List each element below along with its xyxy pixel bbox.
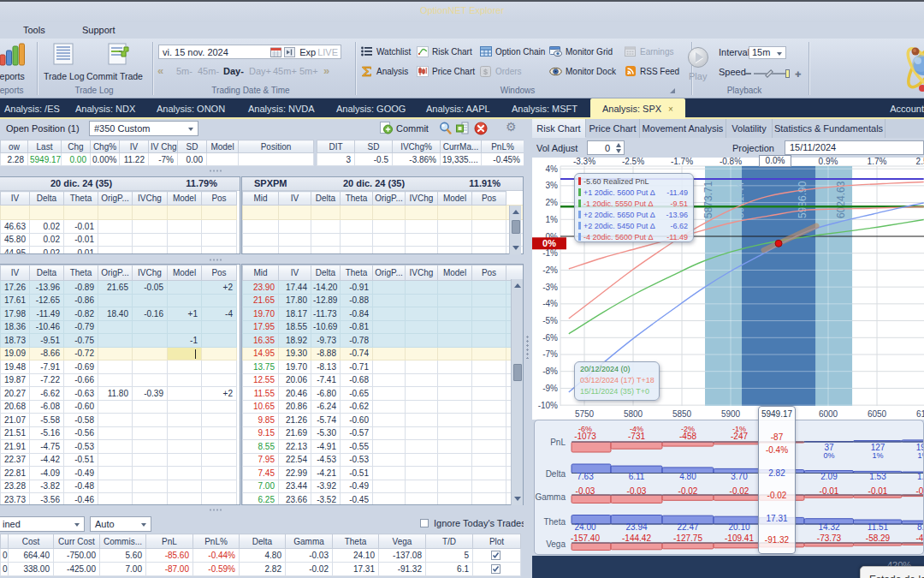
- table-row[interactable]: 19.48-7.91-0.69: [1, 361, 237, 374]
- table-row[interactable]: [243, 220, 524, 234]
- scrollbar-thumb[interactable]: [512, 220, 520, 234]
- table-row[interactable]: DITSDIVChg%CurrMa...PnL%: [317, 140, 524, 153]
- analysis-tab-msft[interactable]: Analysis: MSFT: [512, 98, 578, 119]
- table-row[interactable]: 44.950.02-0.01: [1, 247, 237, 255]
- table-row[interactable]: 19.09-8.66-0.72: [1, 347, 237, 361]
- rss-feed-button[interactable]: RSS Feed: [624, 64, 679, 78]
- trade-log-button[interactable]: Trade Log: [44, 43, 74, 67]
- commit-button[interactable]: Commit: [380, 122, 429, 134]
- table-row[interactable]: 17.9518.55-10.69-0.81: [243, 320, 524, 334]
- table-row[interactable]: 23.28-3.82-0.48: [1, 480, 237, 493]
- table-row[interactable]: 0338.00-425.007.00-87.00-0.59%2.82-0.021…: [1, 563, 521, 576]
- speed-plus-icon[interactable]: ✚: [795, 70, 802, 79]
- table-row[interactable]: 6.2523.66-3.52-0.45: [243, 493, 524, 505]
- step-forward-chevron[interactable]: »: [323, 64, 329, 77]
- close-icon[interactable]: ×: [668, 104, 673, 114]
- splitter-grip-dots[interactable]: [209, 259, 222, 261]
- table-row[interactable]: MidIVDeltaThetaOrigP...IVChgModelPos: [243, 192, 524, 206]
- table-row[interactable]: 0664.40-750.005.60-85.60-0.44%4.80-0.032…: [1, 549, 521, 563]
- risk-chart[interactable]: 5873.715911.445986.906024.634%3%2%1%0%-1…: [532, 158, 924, 420]
- calendar-icon[interactable]: [270, 47, 281, 57]
- table-row[interactable]: [243, 233, 524, 247]
- scroll-down-icon[interactable]: [512, 246, 519, 250]
- scroll-down-icon[interactable]: [514, 497, 521, 501]
- table-row[interactable]: 12.5520.06-7.41-0.68: [243, 373, 524, 387]
- vol-adjust-spinner[interactable]: 0: [587, 140, 625, 155]
- table-row[interactable]: 8.5522.13-4.91-0.55: [243, 440, 524, 454]
- auto-select[interactable]: Auto: [90, 516, 151, 532]
- nav-45m-plus[interactable]: 45m+: [273, 66, 297, 76]
- table-row[interactable]: 21.51-5.16-0.56: [1, 426, 237, 440]
- scroll-up-icon[interactable]: [512, 210, 519, 214]
- table-row[interactable]: 46.630.02-0.01: [1, 220, 237, 234]
- scrollbar-thumb[interactable]: [513, 364, 522, 381]
- analysis-button[interactable]: Analysis: [360, 64, 408, 78]
- splitter-grip-dots[interactable]: [209, 170, 222, 172]
- table-row[interactable]: 19.7018.17-11.73-0.84: [243, 307, 524, 321]
- table-row[interactable]: 17.61-12.65-0.86: [1, 294, 237, 307]
- table-row[interactable]: 9.1521.69-5.30-0.57: [243, 426, 524, 440]
- table-row[interactable]: 9.8521.26-5.74-0.60: [243, 414, 524, 427]
- table-row[interactable]: 20.68-6.08-0.60: [1, 400, 237, 414]
- table-row[interactable]: 11.5520.46-6.80-0.65: [243, 387, 524, 401]
- trading-date-input[interactable]: vi. 15 nov. 2024 Exp LIVE: [158, 45, 341, 59]
- table-row[interactable]: [243, 206, 524, 220]
- ignore-trades-checkbox[interactable]: [420, 519, 429, 527]
- chart-tab-price-chart[interactable]: Price Chart: [586, 119, 640, 138]
- goto-expiry-icon[interactable]: [284, 47, 295, 57]
- spin-down-icon[interactable]: [616, 149, 621, 153]
- table-row[interactable]: 23.9017.44-14.20-0.91: [243, 281, 524, 295]
- table-row[interactable]: [243, 247, 524, 255]
- interval-select[interactable]: 15m: [749, 46, 786, 59]
- table-row[interactable]: 7.9522.54-4.53-0.53: [243, 453, 524, 467]
- nav-5m-plus[interactable]: 5m+: [299, 66, 318, 76]
- analysis-tab-ndx[interactable]: Analysis: NDX: [75, 98, 135, 119]
- analysis-tab-goog[interactable]: Analysis: GOOG: [336, 98, 406, 119]
- option-chain-button[interactable]: Option Chain: [479, 45, 545, 58]
- table-row[interactable]: 21.6517.80-12.89-0.88: [243, 294, 524, 307]
- table-row[interactable]: MidIVDeltaThetaOrigP...IVChgModelPos: [243, 265, 524, 281]
- analysis-tab-aapl[interactable]: Analysis: AAPL: [426, 98, 490, 119]
- vertical-splitter[interactable]: [524, 119, 532, 578]
- table-row[interactable]: 13.7519.70-8.13-0.71: [243, 361, 524, 374]
- splitter-grip-dots[interactable]: [209, 509, 222, 511]
- table-row[interactable]: 17.26-13.96-0.8921.65-0.05+2: [1, 281, 237, 295]
- table-row[interactable]: 16.3518.92-9.73-0.78: [243, 334, 524, 348]
- table-row[interactable]: 3-0.5-3.86%19,335....-0.45%: [317, 153, 524, 166]
- table-row[interactable]: IVDeltaThetaOrigP...IVChgModelPos: [1, 192, 237, 206]
- reports-button[interactable]: Reports: [0, 43, 26, 69]
- selected-model-cell[interactable]: [168, 347, 202, 361]
- table-row[interactable]: 21.07-5.58-0.58: [1, 414, 237, 427]
- price-chart-button[interactable]: Price Chart: [416, 64, 475, 78]
- projection-date-input[interactable]: 15/11/2024: [785, 140, 924, 155]
- table-row[interactable]: 22.37-4.42-0.51: [1, 453, 237, 467]
- chart-tab-volatility[interactable]: Volatility: [726, 119, 773, 138]
- scroll-up-icon[interactable]: [514, 283, 521, 288]
- plot-checkbox[interactable]: [473, 549, 521, 563]
- risk-chart-button[interactable]: Risk Chart: [416, 45, 472, 58]
- account-tab[interactable]: Account: [890, 98, 924, 119]
- table-row[interactable]: 10.6520.86-6.24-0.62: [243, 400, 524, 414]
- table-row[interactable]: 19.87-7.22-0.66: [1, 373, 237, 387]
- upper-chain-scrollbar[interactable]: [509, 206, 521, 254]
- table-row[interactable]: 21.91-4.75-0.53: [1, 440, 237, 454]
- search-icon[interactable]: [439, 122, 452, 135]
- commit-trade-button[interactable]: Commit Trade: [89, 43, 132, 67]
- plot-checkbox[interactable]: [473, 563, 521, 576]
- table-row[interactable]: CostCurr CostCommis...PnLPnL%DeltaGammaT…: [1, 534, 521, 549]
- chart-tab-movement-analysis[interactable]: Movement Analysis: [640, 119, 726, 138]
- monitor-dock-button[interactable]: Monitor Dock: [549, 64, 616, 78]
- view-mode-select[interactable]: ined: [0, 516, 85, 532]
- table-row[interactable]: 14.9519.30-8.88-0.74: [243, 347, 524, 361]
- nav-day-plus[interactable]: Day+: [249, 66, 271, 76]
- table-row[interactable]: 7.4522.99-4.21-0.51: [243, 467, 524, 480]
- speed-slider[interactable]: ✚: [745, 69, 803, 79]
- table-row[interactable]: owLastChgChg%IVIV ChgSDModelPosition: [1, 140, 314, 153]
- analysis-tab-es[interactable]: Analysis: /ES: [4, 98, 60, 119]
- table-row[interactable]: 17.98-11.49-0.8218.40-0.16+1-4: [1, 307, 237, 321]
- monitor-grid-button[interactable]: Monitor Grid: [549, 45, 613, 58]
- table-row[interactable]: 23.73-3.56-0.46: [1, 493, 237, 505]
- chart-tab-statistics-fundamentals[interactable]: Statistics & Fundamentals: [773, 119, 886, 138]
- nav-45m-minus[interactable]: 45m-: [198, 66, 219, 76]
- menu-support[interactable]: Support: [82, 25, 116, 35]
